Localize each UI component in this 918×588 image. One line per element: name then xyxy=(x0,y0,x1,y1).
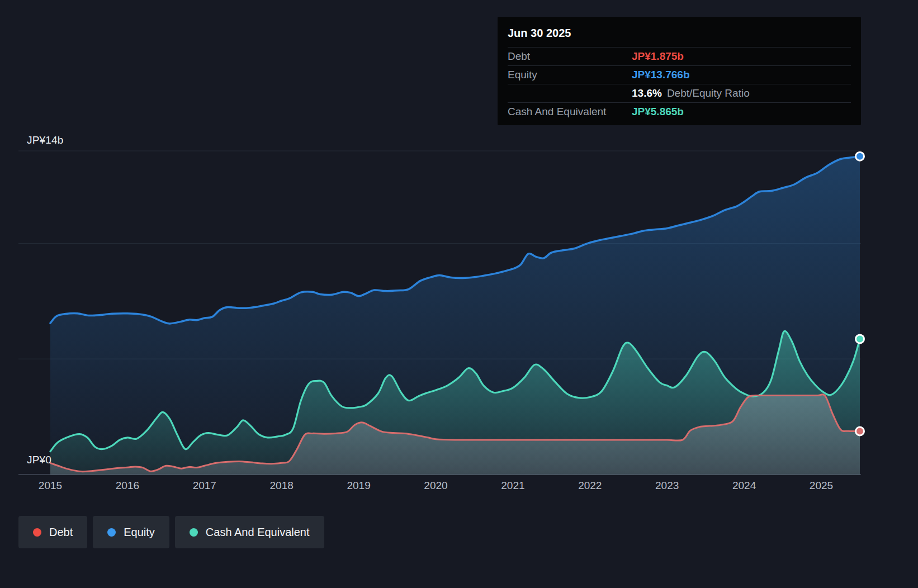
legend-cash-label: Cash And Equivalent xyxy=(206,526,310,539)
tooltip-debt-row: Debt JP¥1.875b xyxy=(508,47,851,65)
x-axis: 2015201620172018201920202021202220232024… xyxy=(0,480,918,494)
y-axis-label-bottom: JP¥0 xyxy=(27,454,51,466)
chart-legend: Debt Equity Cash And Equivalent xyxy=(18,516,324,548)
legend-debt-label: Debt xyxy=(49,526,73,539)
tooltip-date: Jun 30 2025 xyxy=(508,20,851,47)
tooltip-equity-label: Equity xyxy=(508,69,632,81)
legend-equity-label: Equity xyxy=(124,526,155,539)
chart-tooltip: Jun 30 2025 Debt JP¥1.875b Equity JP¥13.… xyxy=(498,17,861,125)
x-axis-label: 2025 xyxy=(810,480,833,492)
tooltip-cash-label: Cash And Equivalent xyxy=(508,106,632,118)
x-axis-label: 2021 xyxy=(501,480,524,492)
x-axis-label: 2016 xyxy=(116,480,139,492)
cash-endpoint-marker xyxy=(856,335,864,343)
legend-item-cash[interactable]: Cash And Equivalent xyxy=(175,516,324,548)
tooltip-equity-value: JP¥13.766b xyxy=(632,69,690,81)
cash-dot-icon xyxy=(190,528,198,537)
debt-endpoint-marker xyxy=(856,427,864,435)
x-axis-label: 2022 xyxy=(578,480,602,492)
tooltip-equity-row: Equity JP¥13.766b xyxy=(508,65,851,84)
tooltip-ratio-row: 13.6%Debt/Equity Ratio xyxy=(508,84,851,102)
x-axis-label: 2017 xyxy=(193,480,216,492)
x-axis-label: 2020 xyxy=(424,480,447,492)
tooltip-ratio-label: Debt/Equity Ratio xyxy=(667,87,750,99)
legend-item-equity[interactable]: Equity xyxy=(93,516,169,548)
legend-item-debt[interactable]: Debt xyxy=(18,516,87,548)
x-axis-label: 2024 xyxy=(732,480,756,492)
tooltip-debt-label: Debt xyxy=(508,50,632,63)
tooltip-ratio-value: 13.6% xyxy=(632,87,662,99)
tooltip-ratio-text: 13.6%Debt/Equity Ratio xyxy=(632,87,750,99)
tooltip-cash-value: JP¥5.865b xyxy=(632,106,684,118)
x-axis-label: 2023 xyxy=(655,480,679,492)
y-axis-label-top: JP¥14b xyxy=(27,134,64,146)
equity-endpoint-marker xyxy=(856,152,864,160)
equity-dot-icon xyxy=(107,528,116,537)
chart-page: { "colors": { "background": "#161923", "… xyxy=(0,0,918,588)
debt-dot-icon xyxy=(33,528,41,537)
x-axis-label: 2018 xyxy=(270,480,294,492)
tooltip-debt-value: JP¥1.875b xyxy=(632,50,684,63)
x-axis-label: 2015 xyxy=(39,480,62,492)
tooltip-cash-row: Cash And Equivalent JP¥5.865b xyxy=(508,102,851,121)
x-axis-label: 2019 xyxy=(347,480,370,492)
